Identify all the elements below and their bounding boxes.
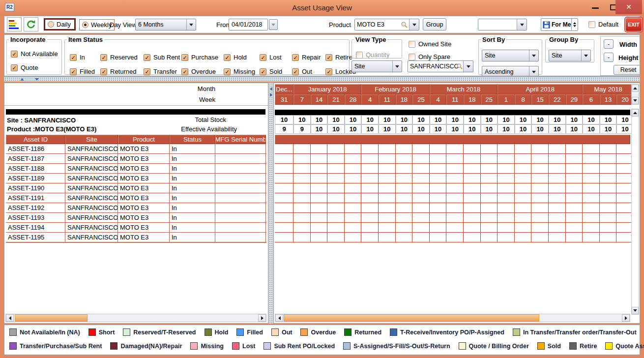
quantity-checkbox[interactable]: Quantity <box>356 51 389 59</box>
checkbox-not-available[interactable]: ✓Not Available <box>11 50 58 58</box>
week-header-cell[interactable]: 20 <box>616 94 633 105</box>
usage-grid[interactable] <box>275 144 631 243</box>
table-row[interactable]: ASSET-1194SANFRANCISCOMOTO E3In <box>6 223 266 233</box>
splitter-right-arrow[interactable] <box>270 93 272 97</box>
scroll-track[interactable] <box>14 314 258 322</box>
sort-by-field-select[interactable]: Site <box>482 50 539 61</box>
week-header-cell[interactable]: 31 <box>275 94 293 105</box>
right-horizontal-scrollbar[interactable] <box>275 314 630 322</box>
week-header-cell[interactable]: 13 <box>600 94 617 105</box>
site-filter-field[interactable]: SANFRANCISCO <box>408 61 464 72</box>
checkbox-reserved[interactable]: ✓Reserved <box>100 54 144 61</box>
checkbox-sub-rent[interactable]: ✓Sub Rent <box>144 54 181 61</box>
table-row[interactable]: ASSET-1187SANFRANCISCOMOTO E3In <box>6 154 266 164</box>
saved-view-combo[interactable] <box>478 19 527 30</box>
default-checkbox[interactable]: Default <box>588 21 618 28</box>
scroll-track[interactable] <box>632 92 639 97</box>
week-header-cell[interactable]: 21 <box>327 94 345 105</box>
from-date-input[interactable]: 04/01/2018 <box>229 19 268 30</box>
week-header-cell[interactable]: 25 <box>412 94 430 105</box>
left-horizontal-scrollbar[interactable] <box>5 314 266 322</box>
scroll-thumb[interactable] <box>284 314 539 322</box>
search-icon[interactable] <box>401 21 408 29</box>
checkbox-purchase[interactable]: ✓Purchase <box>181 54 224 61</box>
scroll-thumb[interactable] <box>15 314 88 322</box>
width-minus-button[interactable]: - <box>604 39 614 49</box>
view-type-site-select[interactable]: Site <box>351 60 402 72</box>
week-header-cell[interactable]: 25 <box>481 94 498 105</box>
table-row[interactable]: ASSET-1188SANFRANCISCOMOTO E3In <box>6 164 266 174</box>
scroll-track[interactable] <box>632 117 639 307</box>
product-field[interactable]: MOTO E3 <box>355 19 410 30</box>
vertical-splitter[interactable] <box>268 83 273 324</box>
week-header-cell[interactable]: 22 <box>549 94 566 105</box>
checkbox-out[interactable]: ✓Out <box>292 68 325 75</box>
main-vertical-scrollbar[interactable] <box>631 109 639 315</box>
week-header-cell[interactable]: 11 <box>446 94 464 105</box>
header-vertical-scrollbar[interactable] <box>631 84 639 105</box>
scroll-down-button[interactable] <box>632 307 639 314</box>
scroll-track[interactable] <box>283 314 622 322</box>
column-header[interactable]: Status <box>170 135 215 144</box>
group-button[interactable]: Group <box>423 18 446 30</box>
scroll-up-button[interactable] <box>632 85 639 92</box>
exit-button[interactable]: EXIT <box>625 18 642 31</box>
week-header-cell[interactable]: 15 <box>531 94 549 105</box>
day-views-select[interactable]: 6 Months <box>135 19 196 30</box>
scroll-left-button[interactable] <box>275 314 283 322</box>
from-date-dropdown-button[interactable] <box>269 19 278 30</box>
table-row[interactable]: ASSET-1191SANFRANCISCOMOTO E3In <box>6 193 266 203</box>
search-icon[interactable] <box>456 63 463 70</box>
checkbox-quote[interactable]: ✓Quote <box>11 64 58 71</box>
column-header[interactable]: Asset ID <box>6 135 65 144</box>
scroll-left-button[interactable] <box>6 314 14 322</box>
for-me-button[interactable]: For Me <box>541 18 578 31</box>
month-header-cell[interactable]: February 2018 <box>361 84 429 94</box>
table-row[interactable]: ASSET-1189SANFRANCISCOMOTO E3In <box>6 174 266 183</box>
checkbox-sold[interactable]: ✓Sold <box>260 68 292 75</box>
month-header-cell[interactable]: January 2018 <box>293 84 361 94</box>
week-header-cell[interactable]: 7 <box>293 94 311 105</box>
only-spare-checkbox[interactable]: Only Spare <box>409 53 450 60</box>
minimize-button[interactable] <box>592 7 599 9</box>
table-row[interactable]: ASSET-1193SANFRANCISCOMOTO E3In <box>6 213 266 223</box>
week-header-cell[interactable]: 11 <box>379 94 396 105</box>
refresh-icon[interactable] <box>24 17 38 31</box>
close-button[interactable]: ✕ <box>615 0 642 14</box>
week-header-cell[interactable]: 18 <box>464 94 481 105</box>
height-minus-button[interactable]: - <box>604 53 614 62</box>
column-header[interactable]: Product <box>118 135 170 144</box>
table-row[interactable]: ASSET-1192SANFRANCISCOMOTO E3In <box>6 203 266 213</box>
week-header-cell[interactable]: 4 <box>430 94 447 105</box>
owned-site-checkbox[interactable]: Owned Site <box>409 40 451 48</box>
splitter-down-arrow[interactable] <box>35 78 39 81</box>
checkbox-overdue[interactable]: ✓Overdue <box>181 68 224 75</box>
title-bar[interactable]: R2 Asset Usage View ✕ <box>0 0 644 15</box>
month-header-cell[interactable]: April 2018 <box>498 84 583 94</box>
site-filter-combo[interactable]: SANFRANCISCO <box>408 60 473 72</box>
group-by-select[interactable]: Site <box>549 50 591 61</box>
checkbox-hold[interactable]: ✓Hold <box>224 54 260 61</box>
checkbox-repair[interactable]: ✓Repair <box>292 54 325 61</box>
checkbox-lost[interactable]: ✓Lost <box>260 54 292 61</box>
week-header-cell[interactable]: 1 <box>498 94 515 105</box>
for-me-spinner[interactable] <box>571 19 578 30</box>
week-header-cell[interactable]: 4 <box>361 94 379 105</box>
column-header[interactable]: MFG Serial Numb <box>215 135 266 144</box>
checkbox-missing[interactable]: ✓Missing <box>224 68 260 75</box>
product-combo[interactable]: MOTO E3 <box>354 19 419 30</box>
month-header-cell[interactable]: May 2018 <box>583 84 633 94</box>
scroll-up-button[interactable] <box>632 109 639 117</box>
checkbox-in[interactable]: ✓In <box>70 54 100 61</box>
column-header[interactable]: Site <box>65 135 118 144</box>
legend-icon[interactable] <box>7 17 22 31</box>
checkbox-returned[interactable]: ✓Returned <box>100 68 144 75</box>
horizontal-splitter[interactable] <box>4 77 640 82</box>
month-header-cell[interactable]: Dec... <box>275 84 293 94</box>
month-header-cell[interactable]: March 2018 <box>430 84 498 94</box>
week-header-cell[interactable]: 28 <box>345 94 362 105</box>
checkbox-filled[interactable]: ✓Filled <box>70 68 100 75</box>
table-row[interactable]: ASSET-1195SANFRANCISCOMOTO E3In <box>6 233 266 242</box>
table-row[interactable]: ASSET-1186SANFRANCISCOMOTO E3In <box>6 144 266 154</box>
week-header-cell[interactable]: 14 <box>311 94 328 105</box>
